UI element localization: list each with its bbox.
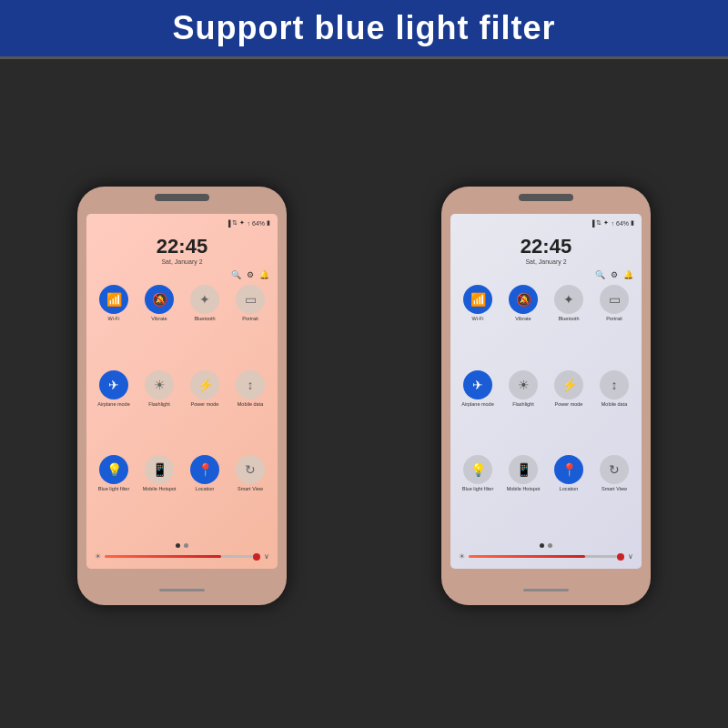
content-area: ▐ ⇅ ✦ ↑ 64% ▮ 22:45 Sat, January 2 (0, 59, 728, 728)
left-brightness-fill (105, 555, 221, 558)
left-smartview-label: Smart View (238, 486, 263, 492)
right-power-btn[interactable]: ⚡ (554, 370, 583, 399)
right-settings-icon[interactable]: ⚙ (611, 270, 618, 279)
right-vibrate-item: 🔕 Vibrate (502, 285, 544, 367)
left-mobiledata-item: ↕ Mobile data (229, 370, 271, 452)
left-status-bar: ▐ ⇅ ✦ ↑ 64% ▮ (91, 218, 273, 228)
left-phone-screen: ▐ ⇅ ✦ ↑ 64% ▮ 22:45 Sat, January 2 (86, 214, 278, 569)
right-bluetooth-item: ✦ Bluetooth (548, 285, 590, 367)
right-vibrate-label: Vibrate (515, 316, 531, 322)
right-wifi-icon: ⇅ (596, 219, 602, 227)
right-airplane-btn[interactable]: ✈ (463, 370, 492, 399)
right-dot-1[interactable] (540, 543, 544, 548)
right-bluelight-btn[interactable]: 💡 (463, 455, 492, 484)
left-bluetooth-btn[interactable]: ✦ (190, 285, 219, 314)
right-bluetooth-btn[interactable]: ✦ (554, 285, 583, 314)
right-flashlight-label: Flashlight (512, 401, 534, 408)
left-battery-label: 64% (252, 220, 265, 227)
left-flashlight-btn[interactable]: ☀ (145, 370, 174, 399)
left-brightness-thumb[interactable] (253, 553, 260, 561)
right-search-icon[interactable]: 🔍 (595, 270, 605, 279)
right-home-bar[interactable] (523, 589, 569, 592)
left-airplane-btn[interactable]: ✈ (99, 370, 128, 399)
left-mobiledata-label: Mobile data (238, 401, 263, 408)
right-vibrate-btn[interactable]: 🔕 (509, 285, 538, 314)
right-hotspot-label: Mobile Hotspot (507, 486, 541, 492)
right-brightness-track[interactable] (469, 555, 624, 558)
left-battery-icon: ▮ (267, 219, 270, 227)
left-brightness-row: ☀ ∨ (91, 551, 273, 564)
right-brightness-row: ☀ ∨ (455, 551, 637, 564)
right-pagination (455, 541, 637, 551)
right-hotspot-btn[interactable]: 📱 (509, 455, 538, 484)
left-home-bar[interactable] (159, 589, 205, 592)
left-settings-icon[interactable]: ⚙ (247, 270, 254, 279)
right-smartview-label: Smart View (602, 486, 627, 492)
left-clock-time: 22:45 (91, 235, 273, 258)
right-brightness-thumb[interactable] (617, 553, 624, 561)
left-wifi-item: 📶 Wi-Fi (93, 285, 135, 367)
left-hotspot-btn[interactable]: 📱 (145, 455, 174, 484)
right-clock-area: 22:45 Sat, January 2 (455, 228, 637, 268)
left-power-btn[interactable]: ⚡ (190, 370, 219, 399)
right-mobiledata-label: Mobile data (602, 401, 627, 408)
right-portrait-label: Portrait (606, 316, 622, 322)
right-portrait-btn[interactable]: ▭ (600, 285, 629, 314)
left-signal-icon: ▐ (227, 220, 231, 227)
right-location-btn[interactable]: 📍 (554, 455, 583, 484)
left-smartview-item: ↻ Smart View (229, 455, 271, 537)
left-bluelight-btn[interactable]: 💡 (99, 455, 128, 484)
left-portrait-btn[interactable]: ▭ (236, 285, 265, 314)
right-status-bar: ▐ ⇅ ✦ ↑ 64% ▮ (455, 218, 637, 228)
left-hotspot-label: Mobile Hotspot (143, 486, 177, 492)
left-phone-panel: ▐ ⇅ ✦ ↑ 64% ▮ 22:45 Sat, January 2 (0, 59, 364, 728)
right-mobiledata-btn[interactable]: ↕ (600, 370, 629, 399)
right-brightness-icon: ☀ (459, 552, 465, 561)
right-airplane-item: ✈ Airplane mode (457, 370, 499, 452)
left-phone-wrapper: ▐ ⇅ ✦ ↑ 64% ▮ 22:45 Sat, January 2 (77, 187, 287, 605)
left-dot-1[interactable] (176, 543, 180, 548)
right-chevron-icon[interactable]: ∨ (628, 552, 633, 561)
left-smartview-btn[interactable]: ↻ (236, 455, 265, 484)
left-power-label: Power mode (191, 401, 219, 408)
left-wifi-btn[interactable]: 📶 (99, 285, 128, 314)
left-wifi-icon: ⇅ (232, 219, 238, 227)
right-portrait-item: ▭ Portrait (593, 285, 635, 367)
right-flashlight-item: ☀ Flashlight (502, 370, 544, 452)
right-hotspot-item: 📱 Mobile Hotspot (502, 455, 544, 537)
left-portrait-label: Portrait (242, 316, 258, 322)
right-bluelight-label: Blue light filter (462, 486, 494, 492)
left-arrow-icon: ↑ (247, 220, 250, 227)
left-quick-header: 🔍 ⚙ 🔔 (91, 268, 273, 281)
right-notif-icon[interactable]: 🔔 (623, 270, 633, 279)
right-wifi-label: Wi-Fi (472, 316, 484, 322)
left-dot-2[interactable] (184, 543, 188, 548)
left-location-btn[interactable]: 📍 (190, 455, 219, 484)
left-bt-icon: ✦ (239, 219, 245, 227)
page-header: Support blue light filter (0, 0, 728, 59)
right-clock-time: 22:45 (455, 235, 637, 258)
right-phone-body: ▐ ⇅ ✦ ↑ 64% ▮ 22:45 Sat, January 2 (441, 187, 651, 605)
right-airplane-label: Airplane mode (461, 401, 493, 408)
left-chevron-icon[interactable]: ∨ (264, 552, 269, 561)
right-smartview-btn[interactable]: ↻ (600, 455, 629, 484)
left-brightness-track[interactable] (105, 555, 260, 558)
left-location-label: Location (196, 486, 215, 492)
left-search-icon[interactable]: 🔍 (231, 270, 241, 279)
right-power-item: ⚡ Power mode (548, 370, 590, 452)
right-mobiledata-item: ↕ Mobile data (593, 370, 635, 452)
left-wifi-label: Wi-Fi (108, 316, 120, 322)
right-wifi-btn[interactable]: 📶 (463, 285, 492, 314)
right-phone-wrapper: ▐ ⇅ ✦ ↑ 64% ▮ 22:45 Sat, January 2 (441, 187, 651, 605)
left-mobiledata-btn[interactable]: ↕ (236, 370, 265, 399)
left-notif-icon[interactable]: 🔔 (259, 270, 269, 279)
left-airplane-item: ✈ Airplane mode (93, 370, 135, 452)
right-arrow-icon: ↑ (611, 220, 614, 227)
right-signal-icon: ▐ (591, 220, 595, 227)
right-smartview-item: ↻ Smart View (593, 455, 635, 537)
right-flashlight-btn[interactable]: ☀ (509, 370, 538, 399)
right-battery-icon: ▮ (631, 219, 634, 227)
right-quick-header: 🔍 ⚙ 🔔 (455, 268, 637, 281)
right-dot-2[interactable] (548, 543, 552, 548)
left-vibrate-btn[interactable]: 🔕 (145, 285, 174, 314)
